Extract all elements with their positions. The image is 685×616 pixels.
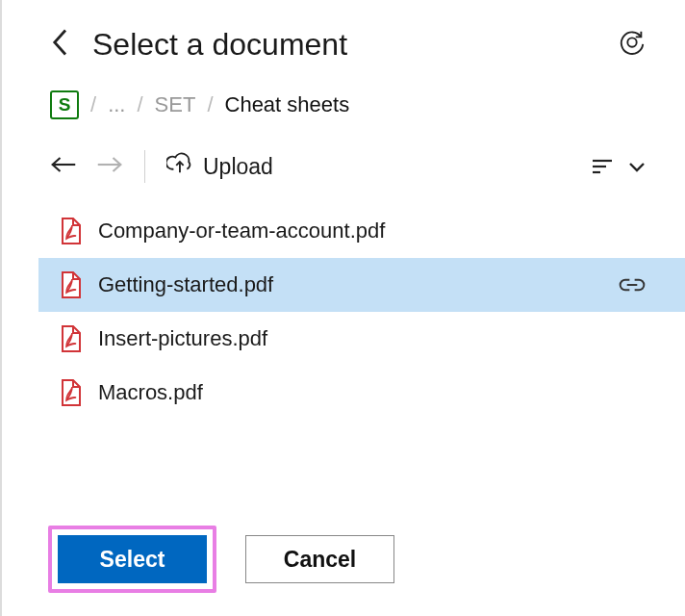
sort-icon bbox=[591, 157, 614, 176]
file-row[interactable]: Company-or-team-account.pdf bbox=[38, 204, 685, 258]
file-name: Insert-pictures.pdf bbox=[98, 326, 647, 351]
breadcrumb-separator: / bbox=[90, 92, 96, 117]
sort-menu-button[interactable] bbox=[591, 157, 647, 176]
upload-cloud-icon bbox=[166, 151, 191, 182]
upload-label: Upload bbox=[203, 154, 273, 180]
file-row[interactable]: Getting-started.pdf bbox=[38, 258, 685, 312]
dialog-header: Select a document bbox=[50, 15, 647, 73]
file-list: Company-or-team-account.pdfGetting-start… bbox=[38, 204, 685, 420]
select-button-highlight: Select bbox=[48, 526, 216, 593]
file-picker-dialog: Select a document S / ... / SET / Cheat … bbox=[2, 0, 685, 420]
breadcrumb-item-set[interactable]: SET bbox=[155, 92, 196, 117]
breadcrumb-separator: / bbox=[137, 92, 142, 117]
toolbar-divider bbox=[144, 150, 145, 183]
file-name: Macros.pdf bbox=[98, 380, 647, 405]
breadcrumb-item-current[interactable]: Cheat sheets bbox=[225, 92, 350, 117]
cancel-button[interactable]: Cancel bbox=[245, 535, 394, 583]
select-button[interactable]: Select bbox=[58, 535, 207, 583]
file-name: Getting-started.pdf bbox=[98, 272, 600, 297]
nav-back-icon[interactable] bbox=[50, 155, 77, 178]
back-icon[interactable] bbox=[50, 28, 71, 61]
nav-forward-icon bbox=[96, 155, 123, 178]
file-row[interactable]: Insert-pictures.pdf bbox=[38, 312, 685, 366]
chevron-down-icon bbox=[627, 160, 647, 173]
dialog-footer: Select Cancel bbox=[48, 526, 394, 593]
breadcrumb-root-badge[interactable]: S bbox=[50, 90, 79, 119]
breadcrumb: S / ... / SET / Cheat sheets bbox=[50, 90, 647, 119]
pdf-file-icon bbox=[60, 325, 81, 352]
svg-point-0 bbox=[627, 38, 636, 46]
breadcrumb-ellipsis[interactable]: ... bbox=[108, 92, 125, 117]
breadcrumb-separator: / bbox=[207, 92, 213, 117]
pdf-file-icon bbox=[60, 379, 81, 406]
refresh-identity-icon[interactable] bbox=[618, 28, 647, 61]
nav-arrows bbox=[50, 155, 123, 178]
copy-link-icon[interactable] bbox=[618, 274, 647, 295]
file-row[interactable]: Macros.pdf bbox=[38, 366, 685, 420]
dialog-title: Select a document bbox=[92, 27, 596, 63]
toolbar: Upload bbox=[50, 146, 647, 187]
upload-button[interactable]: Upload bbox=[166, 151, 273, 182]
pdf-file-icon bbox=[60, 271, 81, 298]
pdf-file-icon bbox=[60, 218, 81, 244]
file-name: Company-or-team-account.pdf bbox=[98, 218, 647, 244]
